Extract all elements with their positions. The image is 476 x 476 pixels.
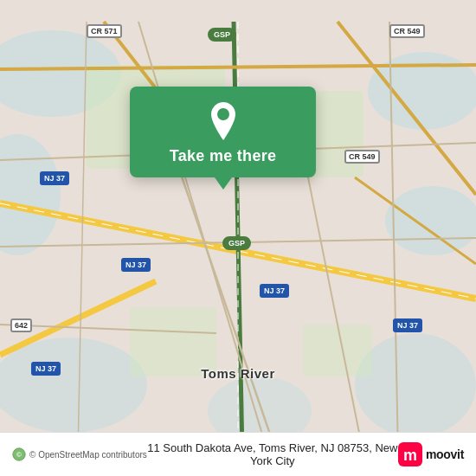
road-badge-gsp1: GSP — [208, 28, 236, 42]
svg-text:m: m — [403, 447, 417, 464]
address-text: 11 South Dakota Ave, Toms River, NJ 0875… — [147, 441, 398, 467]
svg-text:©: © — [16, 451, 22, 459]
road-badge-nj37e: NJ 37 — [31, 362, 61, 376]
osm-attribution: © © OpenStreetMap contributors — [12, 447, 147, 461]
road-badge-cr549a: CR 549 — [389, 24, 425, 38]
moovit-icon: m — [398, 442, 422, 466]
road-badge-nj37d: NJ 37 — [393, 318, 422, 332]
map-pin-icon — [208, 102, 239, 140]
road-badge-gsp2: GSP — [222, 236, 251, 250]
osm-logo-icon: © — [12, 447, 26, 461]
take-me-there-button[interactable]: Take me there — [170, 147, 277, 165]
bottom-bar: © © OpenStreetMap contributors 11 South … — [0, 432, 476, 476]
svg-rect-11 — [303, 325, 372, 376]
location-popup: Take me there — [130, 87, 316, 177]
road-badge-642: 642 — [10, 318, 32, 332]
osm-text: © OpenStreetMap contributors — [29, 450, 147, 460]
svg-point-6 — [355, 333, 476, 437]
road-badge-nj37a: NJ 37 — [40, 171, 69, 185]
moovit-text: moovit — [426, 447, 464, 461]
map-container: Take me there CR 571 GSP CR 549 CR 522 C… — [0, 0, 476, 476]
moovit-logo: m moovit — [398, 442, 464, 466]
road-badge-nj37c: NJ 37 — [260, 284, 289, 298]
road-badge-nj37b: NJ 37 — [121, 258, 151, 272]
svg-point-4 — [385, 186, 476, 255]
svg-point-29 — [217, 108, 229, 120]
city-label: Toms River — [201, 366, 275, 381]
road-badge-cr549b: CR 549 — [344, 150, 380, 164]
road-badge-cr571: CR 571 — [87, 24, 122, 38]
